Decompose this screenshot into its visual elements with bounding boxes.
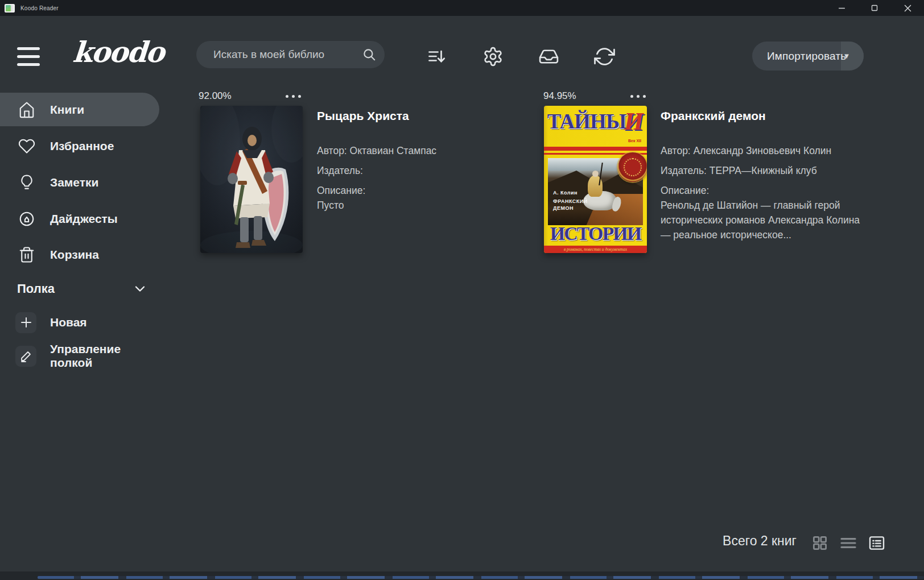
app-icon — [5, 4, 15, 13]
chevron-down-icon[interactable] — [132, 281, 148, 297]
koodo-logo: koodo — [72, 35, 165, 69]
sidebar-item-trash[interactable]: Корзина — [0, 238, 159, 271]
titlebar: Koodo Reader — [0, 0, 924, 16]
backup-button[interactable] — [537, 45, 560, 68]
book-author: Автор: Александр Зиновьевич Колин — [661, 143, 870, 158]
book-more-button[interactable] — [283, 93, 303, 100]
maximize-icon — [871, 5, 878, 11]
book-description: Ренольд де Шатийон — главный герой истор… — [661, 198, 870, 242]
plus-icon — [15, 312, 36, 333]
digest-icon — [18, 210, 35, 227]
heart-icon — [18, 138, 35, 155]
book-more-button[interactable] — [628, 93, 648, 100]
koodo-reader-window: Koodo Reader koodo Импортировать — [0, 0, 924, 580]
lightbulb-icon — [18, 174, 35, 191]
reading-progress: 92.00% — [199, 90, 232, 102]
cover-series-top: ТАЙНЫ — [544, 109, 629, 134]
sync-button[interactable] — [593, 45, 616, 68]
new-shelf-button[interactable]: Новая — [0, 311, 159, 334]
search-bar[interactable] — [196, 41, 385, 68]
home-icon — [18, 101, 35, 118]
gear-icon — [482, 46, 504, 67]
book-description: Пусто — [317, 198, 488, 213]
cover-author-short: А. Колин — [553, 190, 578, 196]
cover-series-bottom: ИСТОРИИ — [544, 223, 647, 245]
settings-button[interactable] — [481, 45, 504, 68]
menu-toggle-button[interactable] — [17, 47, 40, 66]
sort-button[interactable] — [426, 45, 448, 68]
cover-view-button[interactable] — [810, 533, 830, 553]
detail-view-icon — [868, 534, 886, 552]
sync-icon — [594, 46, 615, 67]
book-description-label: Описание: — [317, 183, 488, 198]
book-cover-knight[interactable] — [200, 106, 303, 253]
knight-cover-art — [200, 106, 303, 253]
book-card: 92.00% — [199, 89, 303, 106]
minimize-icon — [838, 5, 845, 12]
book-title[interactable]: Франкский демон — [661, 109, 870, 123]
list-view-icon — [839, 534, 857, 552]
cover-series-i: И — [624, 107, 644, 136]
close-button[interactable] — [891, 0, 924, 16]
titlebar-app-name: Koodo Reader — [20, 5, 59, 11]
sidebar-item-favorites[interactable]: Избранное — [0, 129, 159, 163]
taskbar-strip — [0, 571, 924, 580]
edit-icon — [15, 346, 36, 367]
close-icon — [904, 5, 911, 12]
maximize-button[interactable] — [858, 0, 891, 16]
sort-icon — [427, 46, 447, 67]
shelf-section-toggle[interactable]: Полка — [17, 281, 148, 297]
cover-title-line2: ДЕМОН — [553, 205, 574, 211]
import-button[interactable]: Импортировать ▼ — [752, 42, 864, 71]
detail-view-button[interactable] — [867, 533, 886, 553]
manage-shelf-button[interactable]: Управление полкой — [0, 341, 159, 371]
cover-band-text: в романах, повестях и документах — [544, 246, 647, 253]
cover-age-mark: Век XII — [628, 139, 641, 143]
book-cover-tayny-istorii[interactable]: ТАЙНЫ И Век XII А. Колин ФРАНКСКИЙ ДЕМОН… — [544, 106, 647, 253]
trash-icon — [18, 246, 35, 263]
book-card: 94.95% ТАЙНЫ И Век XII А. Колин ФРАНКСКИ… — [543, 89, 648, 106]
minimize-button[interactable] — [825, 0, 858, 16]
book-publisher: Издатель: ТЕРРА—Книжный клуб — [661, 163, 870, 178]
cover-title-line1: ФРАНКСКИЙ — [553, 198, 588, 204]
search-input[interactable] — [212, 48, 362, 61]
sidebar-item-notes[interactable]: Заметки — [0, 165, 159, 199]
book-title[interactable]: Рыцарь Христа — [317, 109, 488, 123]
sidebar-item-digests[interactable]: Дайджесты — [0, 202, 159, 235]
book-author: Автор: Октавиан Стампас — [317, 143, 488, 158]
import-caret-icon[interactable]: ▼ — [843, 52, 850, 60]
total-books-count: Всего 2 книг — [723, 533, 797, 549]
sidebar-item-books[interactable]: Книги — [0, 93, 159, 126]
list-view-button[interactable] — [839, 533, 858, 553]
reading-progress: 94.95% — [543, 90, 576, 102]
grid-view-icon — [811, 535, 828, 552]
inbox-icon — [538, 46, 559, 67]
cover-seal — [618, 152, 647, 182]
book-publisher: Издатель: — [317, 163, 488, 178]
search-icon[interactable] — [362, 47, 377, 62]
book-description-label: Описание: — [661, 183, 870, 198]
